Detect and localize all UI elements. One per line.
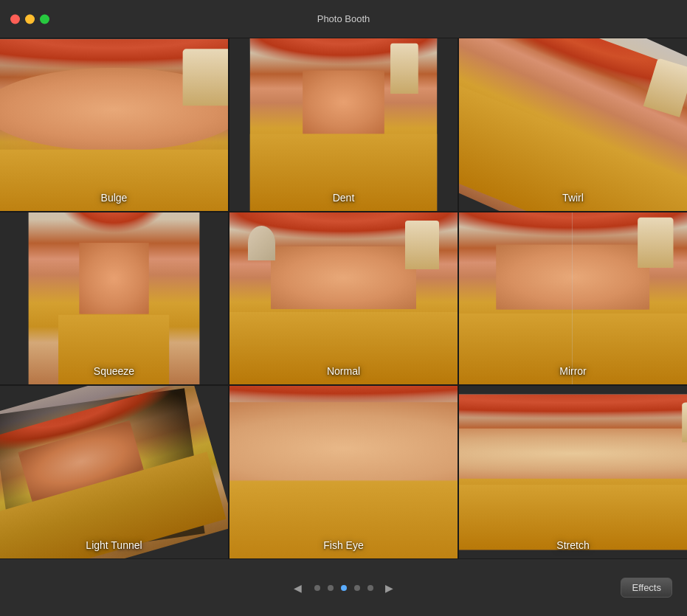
cell-label-twirl: Twirl	[459, 192, 687, 204]
navigation-bar: ◀ ▶ Effects	[0, 558, 687, 616]
grid-cell-mirror[interactable]: Mirror	[459, 212, 687, 385]
effects-button[interactable]: Effects	[621, 578, 672, 598]
cell-label-fish-eye: Fish Eye	[229, 539, 458, 551]
next-page-button[interactable]: ▶	[381, 579, 398, 597]
grid-cell-dent[interactable]: Dent	[229, 38, 458, 211]
grid-cell-light-tunnel[interactable]: Light Tunnel	[0, 386, 228, 558]
page-dot-2[interactable]	[328, 585, 334, 591]
page-dot-5[interactable]	[367, 585, 373, 591]
page-controls: ◀ ▶	[289, 579, 398, 597]
cell-label-dent: Dent	[229, 192, 458, 204]
grid-cell-normal[interactable]: Normal	[229, 212, 458, 385]
grid-cell-stretch[interactable]: Stretch	[459, 386, 687, 558]
page-dot-1[interactable]	[314, 585, 320, 591]
window-controls	[10, 14, 49, 24]
cell-label-mirror: Mirror	[459, 365, 687, 377]
title-bar: Photo Booth	[0, 0, 687, 38]
page-dot-3[interactable]	[341, 585, 347, 591]
page-dot-4[interactable]	[354, 585, 360, 591]
grid-cell-twirl[interactable]: Twirl	[459, 38, 687, 211]
grid-cell-fish-eye[interactable]: Fish Eye	[229, 386, 458, 558]
prev-page-button[interactable]: ◀	[289, 579, 307, 597]
grid-cell-squeeze[interactable]: Squeeze	[0, 212, 228, 385]
photo-grid: Bulge Dent Twirl	[0, 38, 687, 558]
close-button[interactable]	[10, 14, 20, 24]
cell-label-squeeze: Squeeze	[0, 365, 228, 377]
cell-label-stretch: Stretch	[459, 539, 687, 551]
maximize-button[interactable]	[40, 14, 49, 24]
cell-label-light-tunnel: Light Tunnel	[0, 539, 228, 551]
minimize-button[interactable]	[25, 14, 35, 24]
grid-cell-bulge[interactable]: Bulge	[0, 38, 228, 211]
cell-label-normal: Normal	[229, 365, 458, 377]
cell-label-bulge: Bulge	[0, 192, 228, 204]
app-title: Photo Booth	[317, 13, 370, 24]
